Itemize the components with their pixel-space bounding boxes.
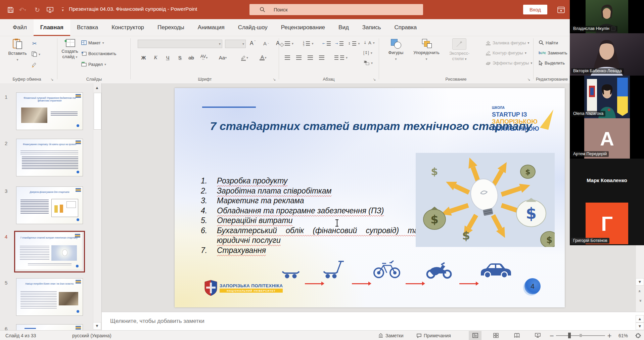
fit-slide-to-window-icon[interactable] <box>633 331 643 340</box>
tab-transitions[interactable]: Переходы <box>151 19 191 36</box>
find-button[interactable]: Найти <box>539 38 558 47</box>
scroll-up-icon[interactable]: ▲ <box>93 84 101 91</box>
text-shadow-button[interactable]: S <box>175 53 184 62</box>
participant-tile[interactable]: Г Григорій Ботвінов <box>570 202 644 245</box>
shapes-button[interactable]: Фигуры▾ <box>385 38 407 62</box>
tab-design[interactable]: Конструктор <box>105 19 151 36</box>
font-size-combobox[interactable]: ▾ <box>225 40 246 48</box>
decrease-indent-icon[interactable]: ← <box>322 39 331 48</box>
slideshow-view-button[interactable] <box>531 331 544 340</box>
tab-view[interactable]: Вид <box>332 19 356 36</box>
normal-view-button[interactable] <box>469 331 481 340</box>
tab-file[interactable]: Файл <box>6 19 34 36</box>
shape-outline-button[interactable]: Контур фигуры▾ <box>486 48 526 57</box>
zoom-in-button[interactable]: + <box>607 331 612 340</box>
arrange-button[interactable]: Упорядочить▾ <box>409 38 444 62</box>
participant-tile[interactable]: Вікторія Бабенко-Левада <box>570 33 644 76</box>
sign-in-button[interactable]: Вход <box>523 5 547 14</box>
clipboard-dialog-launcher[interactable]: ↘ <box>50 77 53 82</box>
slide-counter[interactable]: Слайд 4 из 33 <box>5 331 36 340</box>
slide-thumbnail-6[interactable] <box>16 324 83 330</box>
tab-review[interactable]: Рецензирование <box>274 19 332 36</box>
font-dialog-launcher[interactable]: ↘ <box>273 77 276 82</box>
slide-canvas[interactable]: ШКОЛА STARTUP ІЗ ЗАПОРІЗЬКОЮ ПОЛІТЕХНІКО… <box>175 88 565 307</box>
scroll-down-icon[interactable]: ▼ <box>93 322 101 330</box>
notes-scroll-down-icon[interactable]: ▼ <box>636 323 644 330</box>
customize-qat-icon[interactable]: ▾ <box>58 5 68 15</box>
highlight-color-button[interactable]: ▾ <box>240 53 249 62</box>
strikethrough-button[interactable]: ab <box>187 53 196 62</box>
line-spacing-button[interactable]: ↕▾ <box>348 39 360 48</box>
zoom-slider-thumb[interactable] <box>568 333 571 338</box>
font-name-combobox[interactable]: ▾ <box>138 40 222 48</box>
align-left-icon[interactable] <box>285 53 290 62</box>
clear-formatting-icon[interactable]: А <box>276 39 283 48</box>
reset-slide-button[interactable]: Восстановить <box>81 49 116 58</box>
redo-icon[interactable]: ↻ <box>32 5 42 15</box>
slide-thumbnail-4-selected[interactable]: 7 стандартних статей витрат технічного с… <box>14 231 85 272</box>
participant-tile[interactable]: Владислав Нікулін <box>570 0 644 33</box>
previous-slide-icon[interactable]: « <box>636 287 644 296</box>
tab-home[interactable]: Главная <box>34 19 70 36</box>
columns-button[interactable]: ▾ <box>334 53 348 62</box>
change-case-button[interactable]: Aa▾ <box>218 53 227 62</box>
reading-view-button[interactable] <box>510 331 523 340</box>
align-text-button[interactable]: [↕]▾ <box>363 48 372 57</box>
scrollbar-thumb[interactable] <box>94 93 101 130</box>
notes-placeholder[interactable]: Щелкните, чтобы добавить заметки <box>110 318 204 325</box>
tab-slideshow[interactable]: Слайд-шоу <box>231 19 274 36</box>
text-direction-button[interactable]: ↓А▾ <box>363 38 375 47</box>
replace-button[interactable]: b⇄c Заменить <box>539 48 567 57</box>
slide-thumbnail-1[interactable]: Фінансовий супровід Управління бюджетом … <box>16 92 83 130</box>
scroll-down-icon[interactable]: ▼ <box>636 278 644 286</box>
font-color-button[interactable]: А▾ <box>259 53 268 62</box>
shape-effects-button[interactable]: Эффекты фигуры▾ <box>486 58 532 67</box>
decrease-font-icon[interactable]: Аˇ <box>263 39 269 48</box>
notes-toggle[interactable]: Заметки <box>378 331 404 340</box>
numbering-button[interactable]: 123▾ <box>303 39 313 48</box>
align-justify-icon[interactable] <box>319 53 324 62</box>
participant-tile[interactable]: Марк Коваленко <box>570 159 644 202</box>
align-center-icon[interactable] <box>296 53 302 62</box>
tab-animations[interactable]: Анимация <box>191 19 231 36</box>
start-slideshow-icon[interactable] <box>45 5 55 15</box>
underline-button[interactable]: Ч <box>163 53 172 62</box>
slide-sorter-view-button[interactable] <box>490 331 502 340</box>
select-button[interactable]: Выделить <box>539 58 565 67</box>
search-input[interactable]: Поиск <box>249 4 423 15</box>
language-indicator[interactable]: русский (Украина) <box>72 331 111 340</box>
tab-record[interactable]: Запись <box>356 19 388 36</box>
increase-indent-icon[interactable]: → <box>335 39 343 48</box>
notes-panel[interactable]: Щелкните, чтобы добавить заметки ▲ ▼ <box>102 312 644 331</box>
quick-styles-button[interactable]: Экспресс-стили ▾ <box>447 38 472 62</box>
ribbon-display-options-icon[interactable] <box>556 5 566 15</box>
new-slide-button[interactable]: Создатьслайд ▾ <box>60 38 80 60</box>
character-spacing-button[interactable]: AV⇿▾ <box>199 53 209 62</box>
comments-toggle[interactable]: Примечания <box>416 331 451 340</box>
zoom-out-button[interactable]: − <box>549 331 554 340</box>
slide-thumbnail-2[interactable]: Фінансування стартапу: де взяти гроші на… <box>16 139 83 176</box>
tab-help[interactable]: Справка <box>388 19 424 36</box>
drawing-dialog-launcher[interactable]: ↘ <box>527 77 530 82</box>
slide-title[interactable]: 7 стандартних статей витрат технічного с… <box>195 119 547 133</box>
convert-smartart-button[interactable]: ▾ <box>363 58 373 67</box>
bold-button[interactable]: Ж <box>139 53 148 62</box>
paragraph-dialog-launcher[interactable]: ↘ <box>373 77 376 82</box>
italic-button[interactable]: К <box>151 53 160 62</box>
align-right-icon[interactable] <box>308 53 313 62</box>
undo-icon[interactable]: ↶▾ <box>17 5 28 15</box>
section-button[interactable]: Раздел▾ <box>81 60 106 69</box>
layout-button[interactable]: Макет▾ <box>81 38 104 47</box>
zoom-percentage[interactable]: 61% <box>618 331 628 340</box>
increase-font-icon[interactable]: Аˆ <box>250 39 256 48</box>
participant-tile[interactable]: Olena Nazarova <box>570 76 644 118</box>
cut-icon[interactable]: ✂ <box>32 39 37 48</box>
notes-scroll-up-icon[interactable]: ▲ <box>636 315 644 323</box>
cost-items-list[interactable]: Розробка продукту Заробітна плата співро… <box>201 176 418 255</box>
next-slide-icon[interactable]: « <box>636 297 644 305</box>
slide-thumbnail-3[interactable]: Джерела фінансування для стартапів <box>16 186 83 224</box>
format-painter-icon[interactable] <box>32 60 37 69</box>
copy-icon[interactable]: ▾ <box>32 50 40 58</box>
tab-insert[interactable]: Вставка <box>70 19 105 36</box>
save-icon[interactable] <box>5 5 15 15</box>
